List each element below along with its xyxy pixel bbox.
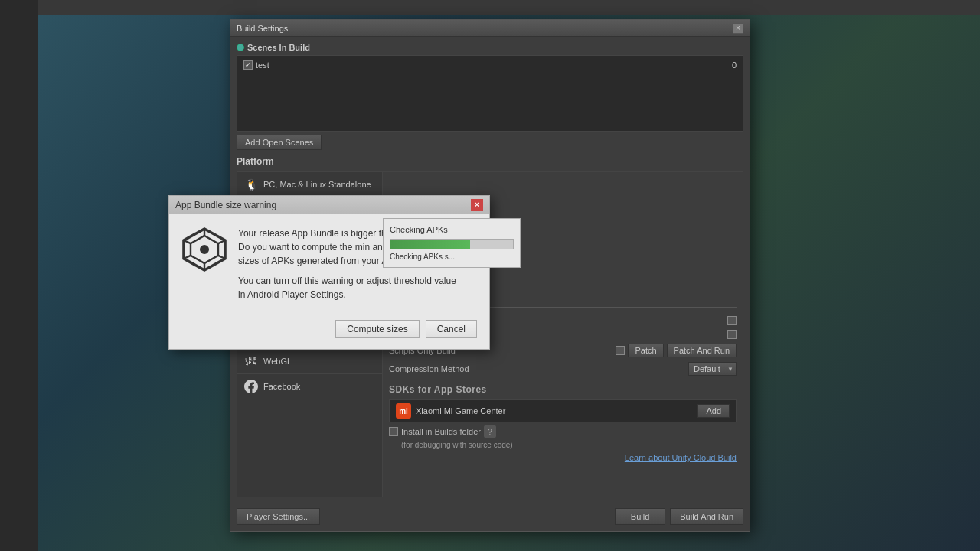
platform-title: Platform: [237, 156, 743, 167]
player-settings-button[interactable]: Player Settings...: [237, 508, 320, 525]
modal-message-2: You can turn off this warning or adjust …: [238, 274, 477, 302]
svg-point-8: [200, 245, 209, 254]
scene-item: ✓ test 0: [240, 59, 740, 71]
patch-button[interactable]: Patch: [628, 344, 663, 357]
platform-item-pc[interactable]: 🐧 PC, Mac & Linux Standalone: [237, 172, 382, 197]
scripts-only-checkbox[interactable]: [616, 346, 625, 355]
install-sub-label: (for debugging with source code): [401, 441, 513, 449]
checking-apks-status: Checking APKs s...: [390, 253, 514, 261]
scenes-section: Scenes In Build ✓ test 0 Add Open Scenes: [237, 43, 743, 150]
unity-top-bar: [38, 0, 980, 15]
checking-apks-popup: Checking APKs Checking APKs s...: [383, 218, 521, 268]
sdk-name-xiaomi: Xiaomi Mi Game Center: [416, 406, 505, 416]
cancel-modal-button[interactable]: Cancel: [426, 320, 477, 338]
xiaomi-icon: mi: [396, 403, 411, 419]
modal-message-line6: in Android Player Settings.: [238, 289, 346, 300]
green-indicator: [237, 44, 244, 51]
scenes-header: Scenes In Build: [237, 43, 743, 52]
sdks-section: SDKs for App Stores mi Xiaomi Mi Game Ce…: [389, 384, 737, 462]
script-debugging-checkbox[interactable]: [727, 330, 737, 339]
unity-sidebar: [0, 0, 38, 551]
modal-buttons: Compute sizes Cancel: [169, 320, 489, 349]
install-label: Install in Builds folder: [401, 427, 481, 436]
platform-label-webgl: WebGL: [263, 357, 292, 366]
modal-close-button[interactable]: ×: [471, 199, 483, 211]
scene-checkbox[interactable]: ✓: [243, 60, 253, 70]
window-title: Build Settings: [237, 24, 288, 33]
autoconnect-checkbox[interactable]: [727, 316, 737, 325]
cloud-build-link[interactable]: Learn about Unity Cloud Build: [389, 453, 737, 462]
platform-label-pc: PC, Mac & Linux Standalone: [263, 180, 371, 189]
scene-item-left: ✓ test: [243, 60, 270, 70]
platform-icon-pc: 🐧: [243, 177, 259, 192]
modal-message-line5: You can turn off this warning or adjust …: [238, 276, 456, 286]
modal-title-bar: App Bundle size warning ×: [169, 196, 489, 214]
window-title-bar: Build Settings ×: [230, 20, 750, 37]
window-close-button[interactable]: ×: [733, 23, 743, 34]
progress-bar: [390, 239, 514, 249]
compute-sizes-button[interactable]: Compute sizes: [335, 320, 419, 338]
scene-name: test: [256, 60, 270, 70]
compression-select[interactable]: Default LZ4 LZ4HC: [688, 362, 737, 376]
compression-label: Compression Method: [389, 364, 469, 373]
build-buttons-group: Build Build And Run: [615, 508, 743, 525]
platform-icon-webgl: [243, 354, 259, 369]
scenes-title: Scenes In Build: [247, 43, 310, 52]
scene-index: 0: [732, 60, 737, 70]
modal-icon-area: [181, 227, 227, 308]
scripts-only-buttons: Patch Patch And Run: [616, 344, 737, 357]
checking-apks-title: Checking APKs: [390, 225, 514, 234]
add-sdk-button[interactable]: Add: [697, 404, 730, 418]
compression-select-wrapper: Default LZ4 LZ4HC ▼: [688, 362, 737, 376]
sdks-title: SDKs for App Stores: [389, 384, 737, 395]
platform-label-facebook: Facebook: [263, 382, 300, 391]
platform-item-webgl[interactable]: WebGL: [237, 349, 382, 374]
build-button[interactable]: Build: [615, 508, 665, 525]
platform-icon-facebook: [243, 379, 259, 394]
patch-and-run-button[interactable]: Patch And Run: [667, 344, 737, 357]
sdk-item-left: mi Xiaomi Mi Game Center: [396, 403, 505, 419]
install-checkbox-row: Install in Builds folder ?: [389, 425, 737, 438]
platform-item-facebook[interactable]: Facebook: [237, 374, 382, 399]
compression-row: Compression Method Default LZ4 LZ4HC ▼: [389, 360, 737, 378]
build-and-run-button[interactable]: Build And Run: [670, 508, 743, 525]
info-icon[interactable]: ?: [484, 425, 496, 438]
modal-title: App Bundle size warning: [175, 200, 276, 210]
scenes-list: ✓ test 0: [237, 55, 743, 132]
install-checkbox[interactable]: [389, 427, 398, 436]
bottom-buttons: Player Settings... Build Build And Run: [237, 504, 743, 525]
sdk-item-xiaomi: mi Xiaomi Mi Game Center Add: [389, 399, 737, 422]
unity-logo-icon: [181, 227, 227, 272]
add-open-scenes-button[interactable]: Add Open Scenes: [237, 135, 322, 150]
progress-fill: [390, 240, 470, 249]
